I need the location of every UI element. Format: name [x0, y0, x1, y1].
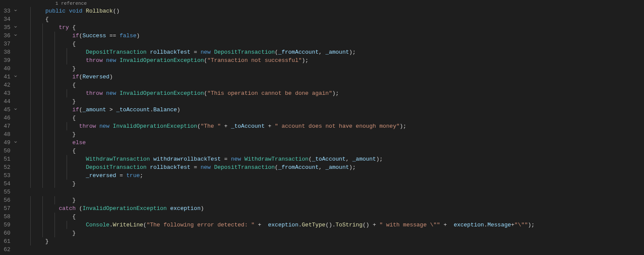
gutter-row: 42	[0, 81, 19, 89]
indent-guide	[42, 23, 43, 32]
code-content-area[interactable]: 1 reference public void Rollback() { try…	[22, 0, 644, 255]
code-line[interactable]: {	[25, 147, 644, 155]
code-line[interactable]: }	[25, 196, 644, 204]
chevron-down-icon[interactable]	[13, 73, 18, 81]
indent-guide	[30, 56, 31, 65]
code-line[interactable]: }	[25, 130, 644, 139]
code-line[interactable]: throw new InvalidOperationException("Tra…	[25, 56, 644, 65]
indent-guide	[42, 204, 43, 213]
line-number: 58	[2, 213, 10, 221]
code-line[interactable]: _reversed = true;	[25, 171, 644, 180]
gutter-row: 59	[0, 221, 19, 229]
indent-guide	[30, 89, 31, 97]
line-number: 52	[2, 163, 10, 171]
code-line[interactable]: throw new InvalidOperationException("Thi…	[25, 89, 644, 97]
indent-guide	[67, 56, 67, 65]
code-line[interactable]: try {	[25, 23, 644, 32]
indent-guide	[42, 40, 43, 48]
code-line[interactable]: public void Rollback()	[25, 7, 644, 15]
code-line[interactable]: catch (InvalidOperationException excepti…	[25, 204, 644, 213]
indent-guide	[30, 7, 31, 15]
line-number: 44	[2, 97, 10, 106]
code-line[interactable]: }	[25, 180, 644, 188]
indent-guide	[30, 155, 31, 163]
code-line[interactable]	[25, 188, 644, 196]
gutter-row: 44	[0, 97, 19, 106]
line-number: 62	[2, 245, 10, 254]
code-line[interactable]: DepositTransaction rollbackTest = new De…	[25, 163, 644, 171]
code-line[interactable]: if(Success == false)	[25, 32, 644, 40]
chevron-down-icon[interactable]	[13, 106, 18, 114]
gutter-row: 40	[0, 65, 19, 73]
indent-guide	[54, 56, 55, 65]
gutter-row: 43	[0, 89, 19, 97]
indent-guide	[54, 32, 55, 40]
indent-guide	[67, 48, 67, 56]
code-line[interactable]: throw new InvalidOperationException("The…	[25, 122, 644, 130]
code-line[interactable]: Console.WriteLine("The following error d…	[25, 221, 644, 229]
line-number: 41	[2, 73, 10, 81]
code-line[interactable]: {	[25, 15, 644, 23]
indent-guide	[67, 221, 67, 229]
code-line[interactable]: {	[25, 81, 644, 89]
code-line[interactable]: }	[25, 65, 644, 73]
gutter-row: 38	[0, 48, 19, 56]
code-line[interactable]: else	[25, 139, 644, 147]
line-number: 51	[2, 155, 10, 163]
code-line[interactable]: DepositTransaction rollbackTest = new De…	[25, 48, 644, 56]
code-line[interactable]: {	[25, 213, 644, 221]
indent-guide	[30, 122, 31, 130]
gutter-row: 47	[0, 122, 19, 130]
indent-guide	[67, 163, 67, 171]
chevron-down-icon[interactable]	[13, 7, 18, 15]
indent-guide	[54, 139, 55, 147]
line-number: 47	[2, 122, 10, 130]
code-line[interactable]: {	[25, 114, 644, 122]
indent-guide	[54, 89, 55, 97]
indent-guide	[54, 213, 55, 221]
line-number: 54	[2, 180, 10, 188]
indent-guide	[54, 114, 55, 122]
indent-guide	[30, 73, 31, 81]
gutter-row: 55	[0, 188, 19, 196]
line-number: 56	[2, 196, 10, 204]
line-number: 49	[2, 139, 10, 147]
codelens-references[interactable]: 1 reference	[25, 0, 644, 7]
indent-guide	[30, 180, 31, 188]
code-line[interactable]: }	[25, 237, 644, 245]
gutter-row: 48	[0, 130, 19, 139]
code-line[interactable]: if(_amount > _toAccount.Balance)	[25, 106, 644, 114]
indent-guide	[42, 180, 43, 188]
code-line[interactable]: if(Reversed)	[25, 73, 644, 81]
chevron-down-icon[interactable]	[13, 23, 18, 32]
code-line[interactable]: }	[25, 97, 644, 106]
code-line[interactable]	[25, 245, 644, 254]
indent-guide	[30, 229, 31, 237]
indent-guide	[42, 89, 43, 97]
line-number: 59	[2, 221, 10, 229]
indent-guide	[30, 40, 31, 48]
indent-guide	[54, 221, 55, 229]
line-number: 50	[2, 147, 10, 155]
indent-guide	[67, 122, 67, 130]
code-line[interactable]: WithdrawTransaction withdrawrollbackTest…	[25, 155, 644, 163]
indent-guide	[42, 130, 43, 139]
indent-guide	[30, 213, 31, 221]
line-number: 36	[2, 32, 10, 40]
chevron-down-icon[interactable]	[13, 32, 18, 40]
indent-guide	[42, 81, 43, 89]
line-number-gutter: 3334353637383940414243444546474849505152…	[0, 0, 22, 255]
indent-guide	[54, 130, 55, 139]
line-number: 45	[2, 106, 10, 114]
indent-guide	[30, 139, 31, 147]
indent-guide	[42, 147, 43, 155]
line-number: 48	[2, 130, 10, 139]
indent-guide	[67, 155, 67, 163]
indent-guide	[54, 163, 55, 171]
line-number: 42	[2, 81, 10, 89]
indent-guide	[30, 97, 31, 106]
code-line[interactable]: }	[25, 229, 644, 237]
code-line[interactable]: {	[25, 40, 644, 48]
indent-guide	[54, 81, 55, 89]
chevron-down-icon[interactable]	[13, 139, 18, 147]
